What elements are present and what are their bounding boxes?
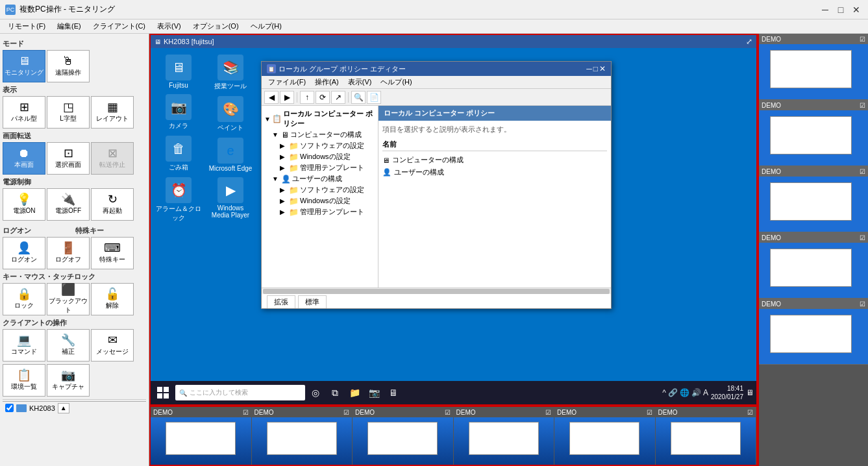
thumb-content-2[interactable]	[252, 417, 353, 465]
thumb-content-3[interactable]	[353, 417, 453, 465]
tray-keyboard[interactable]: A	[703, 388, 708, 397]
right-thumb-check-3[interactable]: ☑	[860, 168, 865, 175]
gpe-menu-file[interactable]: ファイル(F)	[264, 76, 310, 88]
gpe-tree-software[interactable]: ▶ 📁 ソフトウェアの設定	[264, 140, 375, 151]
desktop-icon-wmp[interactable]: ▶ Windows Media Player	[208, 177, 253, 219]
stop-transfer-button[interactable]: ⊠ 転送停止	[91, 142, 134, 175]
maximize-button[interactable]: □	[834, 3, 847, 16]
gpe-prop-btn[interactable]: 📄	[367, 91, 381, 104]
task-icon-circle[interactable]: ◎	[308, 385, 323, 400]
command-button[interactable]: 💻 コマンド	[3, 329, 45, 362]
thumb-check-3[interactable]: ☑	[445, 409, 451, 416]
gpe-tree-user-windows[interactable]: ▶ 📁 Windowsの設定	[264, 195, 375, 206]
gpe-tree-user-software[interactable]: ▶ 📁 ソフトウェアの設定	[264, 184, 375, 195]
tray-globe[interactable]: 🌐	[680, 388, 689, 397]
right-thumb-check-2[interactable]: ☑	[860, 102, 865, 109]
gpe-tree-user[interactable]: ▼ 👤 ユーザーの構成	[264, 173, 375, 184]
gpe-up-btn[interactable]: ↑	[300, 91, 314, 104]
menu-client[interactable]: クライアント(C)	[88, 20, 151, 32]
select-screen-button[interactable]: ⊡ 選択画面	[47, 142, 90, 175]
repair-button[interactable]: 🔧 補正	[47, 329, 90, 362]
gpe-back-btn[interactable]: ◀	[264, 91, 279, 104]
gpe-right-computer-item[interactable]: 🖥 コンピューターの構成	[382, 154, 607, 166]
desktop-icon-camera[interactable]: 📷 カメラ	[156, 94, 201, 130]
unlock-button[interactable]: 🔓 解除	[91, 283, 134, 315]
gpe-minimize-btn[interactable]: ─	[586, 64, 592, 73]
search-bar[interactable]: 🔍 ここに入力して検索	[175, 385, 305, 400]
logon-button[interactable]: 👤 ログオン	[3, 237, 45, 269]
gpe-tree-windows[interactable]: ▶ 📁 Windowsの設定	[264, 151, 375, 162]
lshape-button[interactable]: ◳ L字型	[47, 96, 90, 129]
gpe-scrollbar[interactable]	[602, 76, 611, 294]
main-screen-button[interactable]: ⏺ 本画面	[3, 142, 45, 175]
gpe-close-btn[interactable]: ✕	[599, 64, 606, 73]
restart-button[interactable]: ↻ 再起動	[91, 188, 134, 221]
thumb-check-1[interactable]: ☑	[243, 409, 249, 416]
tray-chevron[interactable]: ^	[662, 388, 666, 397]
desktop-icon-clock[interactable]: ⏰ アラーム＆クロック	[156, 177, 201, 223]
gpe-tab-standard[interactable]: 標準	[298, 295, 327, 308]
task-icon-multi[interactable]: ⧉	[327, 385, 343, 400]
thumb-check-5[interactable]: ☑	[647, 409, 652, 416]
desktop-icon-paint[interactable]: 🎨 ペイント	[208, 96, 253, 132]
right-thumb-content-2[interactable]	[759, 110, 868, 166]
gpe-menu-action[interactable]: 操作(A)	[311, 76, 343, 88]
lock-button[interactable]: 🔒 ロック	[3, 283, 45, 315]
monitoring-button[interactable]: 🖥 モニタリング	[3, 50, 45, 82]
gpe-tree-computer[interactable]: ▼ 🖥 コンピューターの構成	[264, 129, 375, 140]
env-list-button[interactable]: 📋 環境一覧	[3, 364, 45, 397]
menu-edit[interactable]: 編集(E)	[52, 20, 86, 32]
start-button[interactable]	[153, 384, 173, 402]
tray-notification[interactable]: 🖥	[746, 388, 754, 397]
minimize-button[interactable]: ─	[819, 3, 832, 16]
tray-volume[interactable]: 🔊	[691, 388, 701, 397]
right-thumb-content-5[interactable]	[759, 309, 868, 364]
right-thumb-check-1[interactable]: ☑	[860, 36, 865, 43]
thumb-content-4[interactable]	[454, 417, 554, 465]
power-on-button[interactable]: 💡 電源ON	[3, 188, 45, 221]
gpe-right-user-item[interactable]: 👤 ユーザーの構成	[382, 166, 607, 178]
menu-help[interactable]: ヘルプ(H)	[245, 20, 287, 32]
gpe-forward-btn[interactable]: ▶	[280, 91, 294, 104]
task-icon-camera[interactable]: 📷	[366, 385, 382, 400]
gpe-filter-btn[interactable]: 🔍	[351, 91, 366, 104]
kh-expand-btn[interactable]: ⤢	[746, 37, 752, 46]
message-button[interactable]: ✉ メッセージ	[91, 329, 134, 362]
thumb-check-4[interactable]: ☑	[545, 409, 551, 416]
desktop-icon-class[interactable]: 📚 授業ツール	[208, 55, 253, 91]
task-icon-terminal[interactable]: 🖥	[386, 385, 401, 400]
thumb-check-6[interactable]: ☑	[747, 409, 753, 416]
thumb-content-5[interactable]	[554, 417, 655, 465]
blackout-button[interactable]: ⬛ ブラックアウト	[47, 283, 90, 315]
capture-button[interactable]: 📷 キャプチャ	[47, 364, 90, 397]
gpe-export-btn[interactable]: ↗	[331, 91, 345, 104]
scroll-up-btn[interactable]: ▲	[58, 403, 69, 413]
logoff-button[interactable]: 🚪 ログオフ	[47, 237, 90, 269]
gpe-tab-expand[interactable]: 拡張	[267, 295, 295, 308]
gpe-menu-view[interactable]: 表示(V)	[344, 76, 376, 88]
right-thumb-content-3[interactable]	[759, 177, 868, 232]
task-icon-folder[interactable]: 📁	[347, 385, 362, 400]
right-thumb-content-4[interactable]	[759, 243, 868, 298]
right-thumb-content-1[interactable]	[759, 44, 868, 99]
special-key-button[interactable]: ⌨ 特殊キー	[91, 237, 134, 269]
gpe-menu-help[interactable]: ヘルプ(H)	[377, 76, 415, 88]
desktop-icon-recycle[interactable]: 🗑 ごみ箱	[156, 136, 201, 172]
gpe-tree-admin[interactable]: ▶ 📁 管理用テンプレート	[264, 162, 375, 173]
menu-options[interactable]: オプション(O)	[188, 20, 244, 32]
gpe-tree-root[interactable]: ▼ 📋 ローカル コンピューター ポリシー	[264, 108, 375, 129]
desktop-icon-edge[interactable]: e Microsoft Edge	[208, 138, 253, 172]
gpe-maximize-btn[interactable]: □	[593, 64, 598, 73]
menu-view[interactable]: 表示(V)	[152, 20, 186, 32]
tray-network[interactable]: 🔗	[668, 388, 678, 397]
gpe-tree-user-admin[interactable]: ▶ 📁 管理用テンプレート	[264, 206, 375, 217]
power-off-button[interactable]: 🔌 電源OFF	[47, 188, 90, 221]
desktop-icon-fujitsu[interactable]: 🖥 Fujitsu	[156, 55, 201, 89]
thumb-check-2[interactable]: ☑	[343, 409, 349, 416]
thumb-content-1[interactable]	[151, 417, 251, 465]
thumb-content-6[interactable]	[656, 417, 756, 465]
panel-type-button[interactable]: ⊞ パネル型	[3, 96, 45, 129]
scroll-thumb-h[interactable]	[263, 289, 610, 294]
right-thumb-check-5[interactable]: ☑	[860, 300, 865, 308]
remote-button[interactable]: 🖱 遠隔操作	[47, 50, 90, 82]
